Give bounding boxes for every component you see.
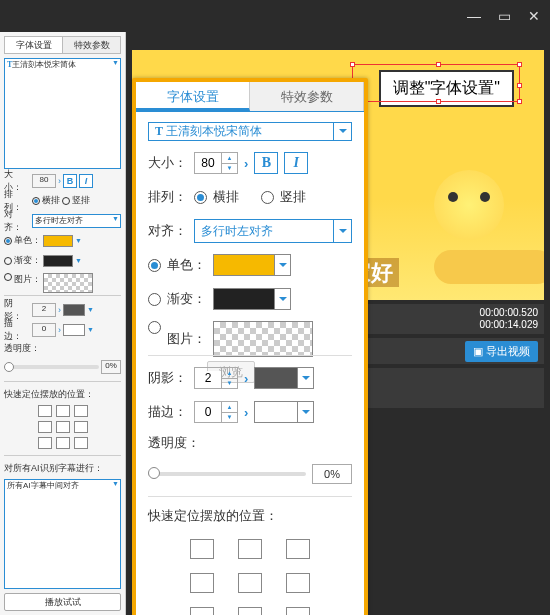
bold-button[interactable]: B [254,152,278,174]
size-up[interactable]: ▲ [222,153,237,164]
sidebar-font-select[interactable]: T王清刻本悦宋简体 [4,58,121,169]
radio-horizontal[interactable] [194,191,207,204]
stroke-color-select[interactable] [254,401,314,423]
sidebar-stroke-input[interactable]: 0 [32,323,56,337]
sidebar-pic-preview [43,273,93,293]
italic-button[interactable]: I [284,152,308,174]
sidebar-arrange-h-label: 横排 [42,194,60,207]
solid-label: 单色： [167,256,207,274]
sidebar-pos-mr[interactable] [74,421,88,433]
radio-picture[interactable] [148,321,161,334]
sidebar-size-input[interactable]: 80 [32,174,56,188]
pos-bc[interactable] [238,607,262,615]
sidebar-tab-font[interactable]: 字体设置 [5,37,63,53]
time-duration: 00:00:14.029 [480,319,538,331]
size-more-icon[interactable]: › [244,156,248,171]
opacity-slider[interactable] [148,472,306,476]
sidebar-align-select[interactable]: 多行时左对齐 [32,214,121,228]
radio-gradient[interactable] [148,293,161,306]
sidebar-grad-color[interactable] [43,255,73,267]
close-button[interactable]: ✕ [526,8,542,24]
pos-tc[interactable] [238,539,262,559]
radio-solid[interactable] [148,259,161,272]
font-select[interactable]: T 王清刻本悦宋简体 [148,122,352,141]
panel-tabs: 字体设置 特效参数 [136,82,364,112]
sidebar-ai-select[interactable]: 所有AI字幕中间对齐 [4,479,121,590]
align-dropdown-icon [333,220,351,242]
sidebar-play-button[interactable]: 播放试试 [4,593,121,611]
sidebar-tabs: 字体设置 特效参数 [4,36,121,54]
stroke-input[interactable]: ▲▼ [194,401,238,423]
sidebar-shadow-input[interactable]: 2 [32,303,56,317]
sidebar-pos-bl[interactable] [38,437,52,449]
stroke-more-icon[interactable]: › [244,405,248,420]
size-input-field[interactable] [195,156,221,170]
pos-tr[interactable] [286,539,310,559]
export-icon: ▣ [473,345,483,358]
sidebar-radio-pic[interactable] [4,273,12,281]
sidebar-opacity-value: 0% [101,360,121,374]
pos-ml[interactable] [190,573,214,593]
shadow-label: 阴影： [148,369,188,387]
sidebar-pos-mc[interactable] [56,421,70,433]
shadow-up[interactable]: ▲ [222,368,237,379]
pos-bl[interactable] [190,607,214,615]
tab-font[interactable]: 字体设置 [136,82,250,111]
minimize-button[interactable]: — [466,8,482,24]
gradient-color-select[interactable] [213,288,291,310]
sidebar-radio-h[interactable] [32,197,40,205]
shadow-input-field[interactable] [195,371,221,385]
sidebar-pos-br[interactable] [74,437,88,449]
selection-box[interactable] [352,64,520,102]
radio-vertical[interactable] [261,191,274,204]
sidebar-pos-tl[interactable] [38,405,52,417]
position-grid [148,539,352,615]
sidebar-shadow-color[interactable] [63,304,85,316]
pos-tl[interactable] [190,539,214,559]
quickpos-label: 快速定位摆放的位置： [148,507,352,525]
sidebar-italic-btn[interactable]: I [79,174,93,188]
stroke-down[interactable]: ▼ [222,413,237,423]
align-select[interactable]: 多行时左对齐 [194,219,352,243]
pos-br[interactable] [286,607,310,615]
sidebar-pos-bc[interactable] [56,437,70,449]
font-settings-panel: 字体设置 特效参数 T 王清刻本悦宋简体 大小： ▲▼ › B I 排列： [132,78,368,615]
shadow-more-icon[interactable]: › [244,371,248,386]
picture-label: 图片： [167,330,207,348]
align-select-value: 多行时左对齐 [201,223,273,240]
opacity-label: 透明度： [148,434,352,452]
size-down[interactable]: ▼ [222,164,237,174]
time-current: 00:00:00.520 [480,307,538,319]
maximize-button[interactable]: ▭ [496,8,512,24]
sidebar-font-panel: 字体设置 特效参数 T王清刻本悦宋简体 大小：80›BI 排列：横排竖排 对齐：… [0,32,126,615]
tab-fx[interactable]: 特效参数 [250,82,364,111]
sidebar-pos-tr[interactable] [74,405,88,417]
font-t-icon: T [155,124,163,139]
sidebar-radio-grad[interactable] [4,257,12,265]
shadow-down[interactable]: ▼ [222,379,237,389]
sidebar-bold-btn[interactable]: B [63,174,77,188]
stroke-up[interactable]: ▲ [222,402,237,413]
size-input[interactable]: ▲▼ [194,152,238,174]
sidebar-radio-v[interactable] [62,197,70,205]
stroke-input-field[interactable] [195,405,221,419]
sidebar-pos-tc[interactable] [56,405,70,417]
sidebar-tab-fx[interactable]: 特效参数 [63,37,120,53]
sidebar-quickpos-label: 快速定位摆放的位置： [4,388,121,401]
shadow-color-select[interactable] [254,367,314,389]
sidebar-opacity-slider[interactable] [4,365,99,369]
gradient-label: 渐变： [167,290,207,308]
shadow-input[interactable]: ▲▼ [194,367,238,389]
sidebar-arrange-v-label: 竖排 [72,194,90,207]
arrange-h-label: 横排 [213,188,239,206]
sidebar-pos-ml[interactable] [38,421,52,433]
pos-mc[interactable] [238,573,262,593]
export-button[interactable]: ▣导出视频 [465,341,538,362]
sidebar-grad-label: 渐变： [14,254,41,267]
solid-color-select[interactable] [213,254,291,276]
sidebar-radio-solid[interactable] [4,237,12,245]
sidebar-stroke-color[interactable] [63,324,85,336]
font-dropdown-icon [333,123,351,140]
pos-mr[interactable] [286,573,310,593]
sidebar-solid-color[interactable] [43,235,73,247]
